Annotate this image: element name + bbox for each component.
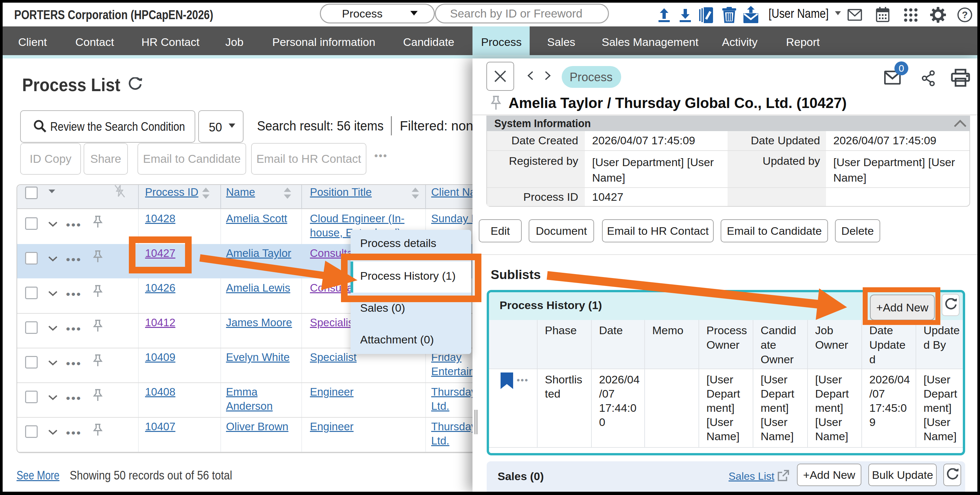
svg-text:?: ? <box>962 10 968 20</box>
